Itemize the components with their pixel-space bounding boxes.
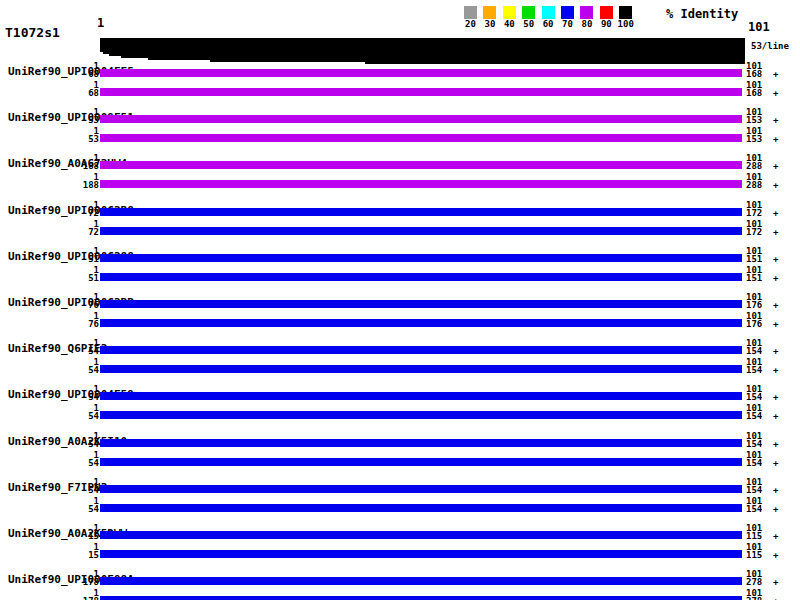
subject-start: 54 <box>88 392 99 402</box>
legend-value-100: 100 <box>613 20 639 29</box>
subject-end-strand: 154 + <box>746 439 779 449</box>
hsp-end-coords: 101172 + <box>746 201 779 217</box>
hsp-end-coords: 101154 + <box>746 385 779 401</box>
hsp-end-coords: 101153 + <box>746 108 779 124</box>
subject-end-strand: 278 + <box>746 577 779 587</box>
subject-end-strand: 168 + <box>746 69 779 79</box>
legend-swatch-70 <box>561 6 574 19</box>
hsp-bar <box>100 550 742 558</box>
hsp-bar <box>100 392 742 400</box>
hsp-start-coords: 154 <box>39 404 99 420</box>
hsp-bar <box>100 134 742 142</box>
hsp-bar <box>100 577 742 585</box>
hsp-bar <box>100 319 742 327</box>
hsp-start-coords: 154 <box>39 451 99 467</box>
hsp-bar <box>100 254 742 262</box>
residues-per-line-label: 53/line <box>751 42 789 51</box>
scale-end-tick: 101 <box>748 21 770 33</box>
subject-end-strand: 115 + <box>746 531 779 541</box>
subject-end-strand: 154 + <box>746 346 779 356</box>
subject-end-strand: 168 + <box>746 88 779 98</box>
query-title: T1072s1 <box>5 26 60 39</box>
legend-swatch-20 <box>464 6 477 19</box>
subject-start: 54 <box>88 365 99 375</box>
subject-start: 178 <box>83 596 99 600</box>
hsp-start-coords: 168 <box>39 62 99 78</box>
subject-start: 54 <box>88 439 99 449</box>
hsp-end-coords: 101168 + <box>746 62 779 78</box>
subject-end-strand: 154 + <box>746 504 779 514</box>
hsp-start-coords: 153 <box>39 127 99 143</box>
subject-end-strand: 154 + <box>746 411 779 421</box>
subject-start: 53 <box>88 134 99 144</box>
subject-start: 72 <box>88 208 99 218</box>
subject-start: 188 <box>83 161 99 171</box>
hsp-bar <box>100 273 742 281</box>
hsp-end-coords: 101154 + <box>746 432 779 448</box>
subject-start: 76 <box>88 319 99 329</box>
hsp-end-coords: 101278 + <box>746 570 779 586</box>
hsp-start-coords: 115 <box>39 543 99 559</box>
scale-start-tick: 1 <box>97 17 104 29</box>
legend-swatch-50 <box>522 6 535 19</box>
hsp-end-coords: 101151 + <box>746 266 779 282</box>
subject-start: 54 <box>88 485 99 495</box>
legend-swatch-30 <box>483 6 496 19</box>
subject-start: 178 <box>83 577 99 587</box>
legend-swatch-100 <box>619 6 632 19</box>
subject-end-strand: 172 + <box>746 227 779 237</box>
hsp-end-coords: 101154 + <box>746 358 779 374</box>
subject-end-strand: 278 + <box>746 596 779 600</box>
hsp-start-coords: 151 <box>39 247 99 263</box>
hsp-start-coords: 154 <box>39 339 99 355</box>
hsp-bar <box>100 596 742 600</box>
hsp-end-coords: 101288 + <box>746 154 779 170</box>
hsp-bar <box>100 88 742 96</box>
subject-start: 53 <box>88 115 99 125</box>
subject-end-strand: 154 + <box>746 458 779 468</box>
hsp-end-coords: 101278 + <box>746 589 779 600</box>
hsp-end-coords: 101176 + <box>746 312 779 328</box>
subject-end-strand: 176 + <box>746 300 779 310</box>
hsp-start-coords: 154 <box>39 432 99 448</box>
subject-end-strand: 115 + <box>746 550 779 560</box>
hsp-start-coords: 154 <box>39 358 99 374</box>
subject-start: 15 <box>88 550 99 560</box>
hsp-end-coords: 101154 + <box>746 404 779 420</box>
subject-end-strand: 153 + <box>746 134 779 144</box>
hsp-end-coords: 101172 + <box>746 220 779 236</box>
hsp-start-coords: 1188 <box>39 173 99 189</box>
hsp-end-coords: 101154 + <box>746 478 779 494</box>
hsp-bar <box>100 504 742 512</box>
subject-start: 54 <box>88 346 99 356</box>
subject-end-strand: 154 + <box>746 392 779 402</box>
hsp-end-coords: 101154 + <box>746 339 779 355</box>
hsp-start-coords: 176 <box>39 312 99 328</box>
hsp-start-coords: 168 <box>39 81 99 97</box>
hsp-bar <box>100 180 742 188</box>
hsp-bar <box>100 365 742 373</box>
hsp-end-coords: 101154 + <box>746 451 779 467</box>
hsp-end-coords: 101115 + <box>746 543 779 559</box>
subject-end-strand: 154 + <box>746 485 779 495</box>
legend-swatch-80 <box>580 6 593 19</box>
subject-start: 54 <box>88 504 99 514</box>
subject-start: 68 <box>88 69 99 79</box>
subject-start: 76 <box>88 300 99 310</box>
subject-end-strand: 151 + <box>746 273 779 283</box>
legend-title: % Identity <box>666 8 738 20</box>
hsp-start-coords: 154 <box>39 497 99 513</box>
hsp-bar <box>100 69 742 77</box>
hsp-start-coords: 1188 <box>39 154 99 170</box>
subject-end-strand: 176 + <box>746 319 779 329</box>
hsp-start-coords: 172 <box>39 201 99 217</box>
hsp-end-coords: 101154 + <box>746 497 779 513</box>
subject-start: 54 <box>88 411 99 421</box>
hsp-start-coords: 1178 <box>39 570 99 586</box>
subject-start: 72 <box>88 227 99 237</box>
hsp-bar <box>100 346 742 354</box>
subject-end-strand: 288 + <box>746 161 779 171</box>
hsp-start-coords: 151 <box>39 266 99 282</box>
subject-end-strand: 151 + <box>746 254 779 264</box>
subject-start: 51 <box>88 273 99 283</box>
